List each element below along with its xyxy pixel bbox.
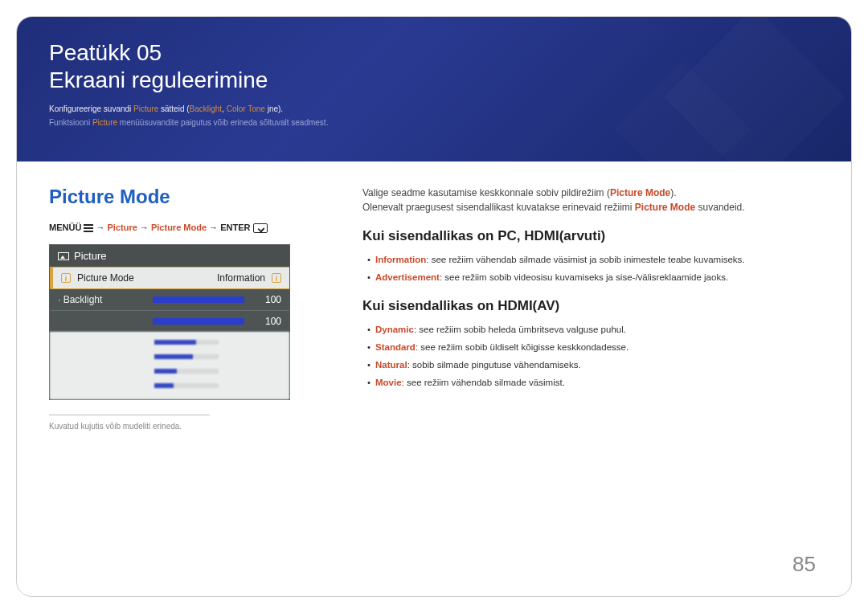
osd-row-picture-mode: Picture Mode Information (50, 267, 289, 289)
picture-icon (58, 252, 69, 260)
slider (153, 296, 244, 303)
subhead-hdmi-av: Kui sisendallikas on HDMI(AV) (362, 296, 819, 317)
enter-icon (253, 223, 268, 233)
list-item: Advertisement: see režiim sobib videosis… (367, 271, 819, 284)
osd-row-generic: 100 (50, 310, 289, 332)
subhead-pc-hdmi: Kui sisendallikas on PC, HDMI(arvuti) (362, 226, 819, 247)
image-footnote: Kuvatud kujutis võib mudeliti erineda. (49, 422, 322, 431)
list-item: Natural: sobib silmade pingutuse vähenda… (367, 358, 819, 372)
osd-header: Picture (50, 245, 289, 267)
osd-screenshot: Picture Picture Mode Information · Backl… (49, 244, 290, 400)
slider (153, 318, 244, 325)
hero-decor (594, 17, 851, 161)
footnote-rule (49, 415, 210, 415)
left-column: Picture Mode MENÜÜ → Picture → Picture M… (49, 186, 322, 431)
intro-line-2: Olenevalt praegusest sisendallikast kuva… (362, 200, 819, 215)
intro-line-1: Valige seadme kasutamise keskkonnale sob… (362, 186, 819, 200)
info-icon (61, 273, 71, 283)
osd-row-backlight: · Backlight 100 (50, 289, 289, 310)
menu-path: MENÜÜ → Picture → Picture Mode → ENTER (49, 223, 322, 233)
list-item: Information: see režiim vähendab silmade… (367, 253, 819, 267)
list-item: Standard: see režiim sobib üldiselt kõig… (367, 341, 819, 354)
osd-blurred-rows (50, 332, 289, 399)
menu-icon (84, 224, 93, 232)
list-item: Dynamic: see režiim sobib heleda ümbrits… (367, 323, 819, 337)
page-number: 85 (792, 552, 816, 577)
list-item: Movie: see režiim vähendab silmade väsim… (367, 376, 819, 390)
hero-banner: Peatükk 05 Ekraani reguleerimine Konfigu… (17, 17, 851, 161)
section-title: Picture Mode (49, 186, 322, 208)
right-column: Valige seadme kasutamise keskkonnale sob… (362, 186, 819, 431)
info-icon (272, 273, 281, 283)
